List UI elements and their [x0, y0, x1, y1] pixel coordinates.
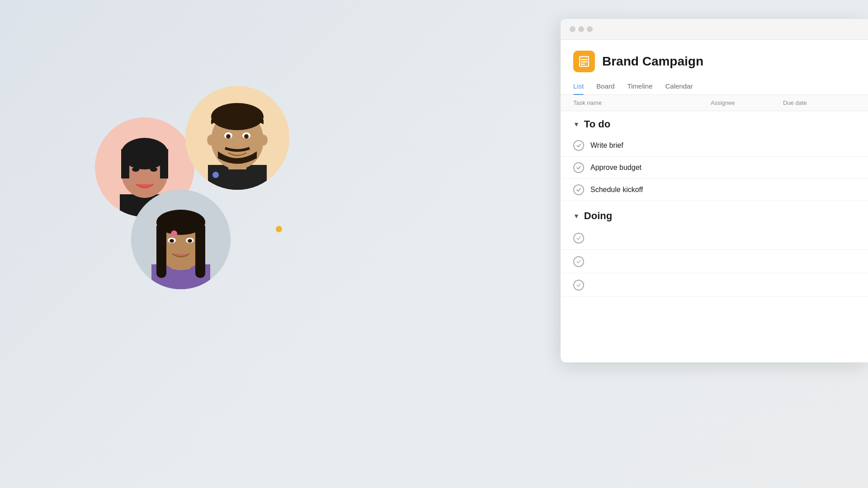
svg-point-31	[170, 239, 174, 243]
task-check-icon[interactable]	[573, 162, 584, 173]
section-todo: ▼ To do Write brief	[561, 111, 868, 201]
svg-point-20	[244, 134, 249, 139]
chevron-down-icon: ▼	[573, 121, 580, 128]
table-row[interactable]	[561, 226, 868, 250]
app-icon	[573, 51, 595, 72]
section-todo-header: ▼ To do	[561, 111, 868, 135]
table-row[interactable]: Write brief	[561, 135, 868, 157]
task-name-cell: Write brief	[573, 140, 711, 151]
window-minimize-button[interactable]	[578, 26, 584, 32]
tabs-bar: List Board Timeline Calendar	[561, 78, 868, 95]
task-check-icon[interactable]	[573, 256, 584, 267]
app-title: Brand Campaign	[602, 54, 703, 69]
table-row[interactable]: Schedule kickoff	[561, 179, 868, 201]
col-task-name: Task name	[573, 99, 711, 106]
task-name-cell: Approve budget	[573, 162, 711, 173]
task-name-cell: Schedule kickoff	[573, 184, 711, 195]
col-assignee: Assignee	[711, 99, 783, 106]
col-due-date: Due date	[783, 99, 855, 106]
section-todo-title: To do	[584, 118, 610, 130]
svg-point-7	[132, 167, 139, 172]
tab-timeline[interactable]: Timeline	[627, 78, 652, 94]
svg-point-15	[207, 135, 215, 145]
svg-point-16	[259, 135, 268, 145]
tab-list[interactable]: List	[573, 78, 584, 94]
window-close-button[interactable]	[570, 26, 576, 32]
decorative-dot-yellow	[276, 226, 282, 232]
chevron-down-icon: ▼	[573, 212, 580, 220]
table-row[interactable]	[561, 273, 868, 297]
svg-point-19	[226, 134, 231, 139]
table-header: Task name Assignee Due date	[561, 95, 868, 111]
section-doing-header: ▼ Doing	[561, 203, 868, 226]
window-maximize-button[interactable]	[587, 26, 593, 32]
avatars-area	[72, 81, 344, 352]
decorative-dot-blue	[212, 172, 219, 178]
tab-board[interactable]: Board	[596, 78, 614, 94]
tab-calendar[interactable]: Calendar	[665, 78, 693, 94]
app-header: Brand Campaign	[561, 40, 868, 78]
task-check-icon[interactable]	[573, 140, 584, 151]
avatar-2	[185, 86, 289, 190]
task-name-label: Write brief	[590, 141, 623, 150]
task-check-icon[interactable]	[573, 184, 584, 195]
task-name-label: Schedule kickoff	[590, 186, 643, 194]
avatar-3	[131, 190, 231, 289]
app-window: Brand Campaign List Board Timeline Calen…	[561, 19, 868, 362]
title-bar	[561, 19, 868, 40]
svg-point-32	[188, 239, 192, 243]
task-check-icon[interactable]	[573, 280, 584, 291]
decorative-dot-pink	[171, 230, 177, 237]
task-name-cell	[573, 256, 711, 267]
task-name-cell	[573, 233, 711, 244]
section-doing: ▼ Doing	[561, 203, 868, 297]
task-name-cell	[573, 280, 711, 291]
table-row[interactable]: Approve budget	[561, 157, 868, 179]
section-doing-title: Doing	[584, 210, 612, 222]
task-name-label: Approve budget	[590, 164, 642, 172]
svg-point-8	[150, 167, 157, 172]
table-row[interactable]	[561, 250, 868, 273]
task-check-icon[interactable]	[573, 233, 584, 244]
